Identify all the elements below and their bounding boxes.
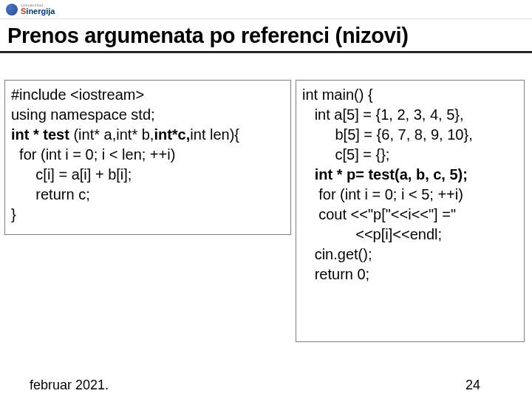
code-line: c[5] = {}; [302, 145, 518, 165]
code-line: cin.get(); [302, 245, 518, 265]
logo-bar: Univerzitet Sinergija [0, 0, 532, 19]
code-box-left: #include <iostream> using namespace std;… [4, 80, 291, 235]
code-line: int * p= test(a, b, c, 5); [302, 165, 518, 185]
code-line: int a[5] = {1, 2, 3, 4, 5}, [302, 105, 518, 125]
logo-rest: inergija [26, 7, 55, 16]
code-line: using namespace std; [11, 105, 284, 125]
code-line: } [11, 205, 284, 225]
code-line: #include <iostream> [11, 85, 284, 105]
code-bold: int * test [11, 126, 73, 143]
code-bold: int*c, [154, 126, 190, 143]
code-line: return 0; [302, 265, 518, 284]
code-bold: int * p= test(a, b, c, 5); [315, 166, 468, 183]
code-line: c[i] = a[i] + b[i]; [11, 165, 284, 185]
code-line: int * test (int* a,int* b,int*c,int len)… [11, 125, 284, 145]
code-plain [302, 166, 315, 183]
code-line: for (int i = 0; i < 5; ++i) [302, 185, 518, 205]
logo-name: Sinergija [21, 7, 55, 16]
slide-footer: februar 2021. 24 [0, 378, 532, 393]
slide-title: Prenos argumenata po referenci (nizovi) [0, 19, 532, 51]
logo-badge-icon [6, 4, 18, 16]
code-line: b[5] = {6, 7, 8, 9, 10}, [302, 125, 518, 145]
code-line: <<p[i]<<endl; [302, 225, 518, 245]
footer-date: februar 2021. [30, 378, 109, 393]
code-line: for (int i = 0; i < len; ++i) [11, 145, 284, 165]
code-line: return c; [11, 185, 284, 205]
code-line: int main() { [302, 85, 518, 105]
footer-page: 24 [466, 378, 480, 393]
slide-content: #include <iostream> using namespace std;… [0, 53, 532, 371]
code-box-right: int main() { int a[5] = {1, 2, 3, 4, 5},… [296, 80, 525, 342]
logo-text: Univerzitet Sinergija [21, 3, 55, 16]
code-line: cout <<"p["<<i<<"] =" [302, 205, 518, 225]
code-plain: (int* a,int* b, [73, 126, 154, 143]
code-plain: int len){ [190, 126, 239, 143]
